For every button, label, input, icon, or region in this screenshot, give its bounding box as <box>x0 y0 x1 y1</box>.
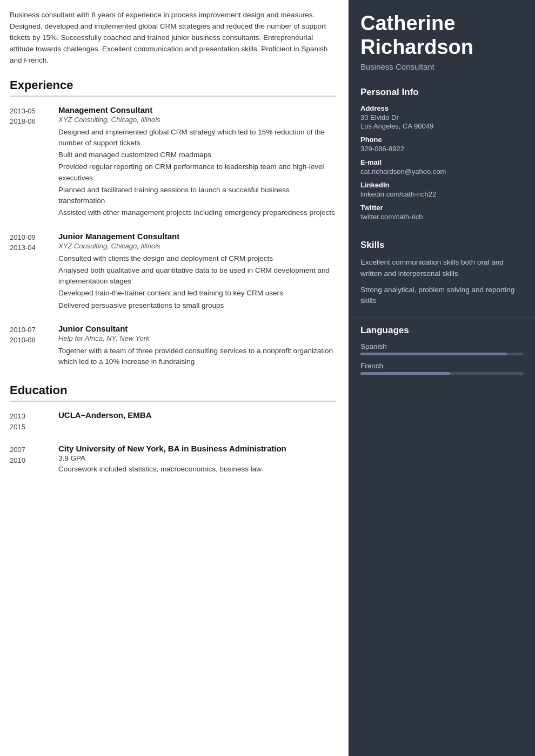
edu-details: City University of New York, BA in Busin… <box>58 444 336 475</box>
right-column: Catherine Richardson Business Consultant… <box>349 0 535 756</box>
personal-info-title: Personal Info <box>360 87 523 98</box>
email-label: E-mail <box>360 158 523 166</box>
exp-bullet: Together with a team of three provided c… <box>58 346 336 368</box>
address-label: Address <box>360 104 523 112</box>
languages-title: Languages <box>360 325 523 336</box>
experience-title: Experience <box>10 78 336 97</box>
edu-dates: 20072010 <box>10 444 58 475</box>
education-entry: 20072010City University of New York, BA … <box>10 444 336 475</box>
exp-bullet: Planned and facilitated training session… <box>58 185 336 207</box>
exp-details: Management ConsultantXYZ Consulting, Chi… <box>58 105 336 220</box>
education-section: Education 20132015UCLA–Anderson, EMBA200… <box>10 383 336 475</box>
exp-bullet: Designed and implemented global CRM stra… <box>58 127 336 149</box>
exp-dates: 2010-092013-04 <box>10 232 58 312</box>
experience-entries: 2013-052018-06Management ConsultantXYZ C… <box>10 105 336 369</box>
email-value: cat.richardson@yahoo.com <box>360 167 446 176</box>
skills-list: Excellent communication skills both oral… <box>360 257 523 306</box>
phone-item: Phone 329-086-8922 <box>360 136 523 153</box>
experience-section: Experience 2013-052018-06Management Cons… <box>10 78 336 369</box>
profile-header: Catherine Richardson Business Consultant <box>349 0 535 79</box>
experience-entry: 2010-092013-04Junior Management Consulta… <box>10 232 336 312</box>
exp-details: Junior Management ConsultantXYZ Consulti… <box>58 232 336 312</box>
language-bar-fill <box>360 372 450 375</box>
address-item: Address 30 Elvido Dr Los Angeles, CA 900… <box>360 104 523 130</box>
profile-title: Business Consultant <box>360 62 523 71</box>
education-entries: 20132015UCLA–Anderson, EMBA20072010City … <box>10 410 336 475</box>
exp-company: XYZ Consulting, Chicago, Illinois <box>58 116 336 124</box>
phone-value: 329-086-8922 <box>360 145 404 153</box>
email-item: E-mail cat.richardson@yahoo.com <box>360 158 523 176</box>
edu-details: UCLA–Anderson, EMBA <box>58 410 336 432</box>
exp-bullet: Assisted with other management projects … <box>58 207 336 218</box>
skill-item: Excellent communication skills both oral… <box>360 257 523 279</box>
profile-name: Catherine Richardson <box>360 12 523 59</box>
phone-label: Phone <box>360 136 523 144</box>
language-item: Spanish <box>360 342 523 355</box>
exp-bullet: Developed train-the-trainer content and … <box>58 288 336 299</box>
exp-bullet: Analysed both qualitative and quantitati… <box>58 265 336 287</box>
languages-list: SpanishFrench <box>360 342 523 375</box>
language-bar-bg <box>360 353 523 355</box>
twitter-value: twitter.com/cath-rich <box>360 213 423 221</box>
languages-section: Languages SpanishFrench <box>349 318 535 387</box>
exp-bullets: Designed and implemented global CRM stra… <box>58 127 336 219</box>
exp-company: Help for Africa, NY, New York <box>58 334 336 342</box>
exp-bullet: Consulted with clients the design and de… <box>58 253 336 264</box>
language-bar-fill <box>360 353 507 355</box>
education-entry: 20132015UCLA–Anderson, EMBA <box>10 410 336 432</box>
edu-dates: 20132015 <box>10 410 58 432</box>
skill-item: Strong analytical, problem solving and r… <box>360 285 523 307</box>
edu-school: City University of New York, BA in Busin… <box>58 444 336 453</box>
experience-entry: 2013-052018-06Management ConsultantXYZ C… <box>10 105 336 220</box>
exp-job-title: Junior Management Consultant <box>58 232 336 241</box>
edu-school: UCLA–Anderson, EMBA <box>58 410 336 420</box>
exp-bullet: Provided regular reporting on CRM perfor… <box>58 161 336 184</box>
exp-job-title: Management Consultant <box>58 105 336 114</box>
exp-job-title: Junior Consultant <box>58 324 336 333</box>
exp-bullet: Built and managed customized CRM roadmap… <box>58 150 336 160</box>
exp-company: XYZ Consulting, Chicago, Illinois <box>58 242 336 250</box>
exp-bullets: Consulted with clients the design and de… <box>58 253 336 311</box>
skills-title: Skills <box>360 240 523 251</box>
twitter-item: Twitter twitter.com/cath-rich <box>360 204 523 221</box>
summary-text: Business consultant with 8 years of expe… <box>10 10 336 66</box>
address-value: 30 Elvido Dr Los Angeles, CA 90049 <box>360 113 433 130</box>
language-item: French <box>360 362 523 375</box>
twitter-label: Twitter <box>360 204 523 212</box>
exp-bullet: Delivered persuasive presentations to sm… <box>58 300 336 311</box>
language-name: French <box>360 362 523 370</box>
linkedin-item: LinkedIn linkedin.com/cath-rich22 <box>360 181 523 198</box>
linkedin-value: linkedin.com/cath-rich22 <box>360 190 436 198</box>
edu-coursework: Coursework included statistics, macroeco… <box>58 464 336 475</box>
personal-info-section: Personal Info Address 30 Elvido Dr Los A… <box>349 79 535 232</box>
experience-entry: 2010-072010-08Junior ConsultantHelp for … <box>10 324 336 369</box>
exp-dates: 2013-052018-06 <box>10 105 58 220</box>
exp-bullets: Together with a team of three provided c… <box>58 346 336 368</box>
edu-gpa: 3.9 GPA <box>58 454 336 462</box>
linkedin-label: LinkedIn <box>360 181 523 189</box>
language-bar-bg <box>360 372 523 375</box>
exp-dates: 2010-072010-08 <box>10 324 58 369</box>
exp-details: Junior ConsultantHelp for Africa, NY, Ne… <box>58 324 336 369</box>
skills-section: Skills Excellent communication skills bo… <box>349 232 535 318</box>
language-name: Spanish <box>360 342 523 350</box>
education-title: Education <box>10 383 336 402</box>
left-column: Business consultant with 8 years of expe… <box>0 0 349 756</box>
